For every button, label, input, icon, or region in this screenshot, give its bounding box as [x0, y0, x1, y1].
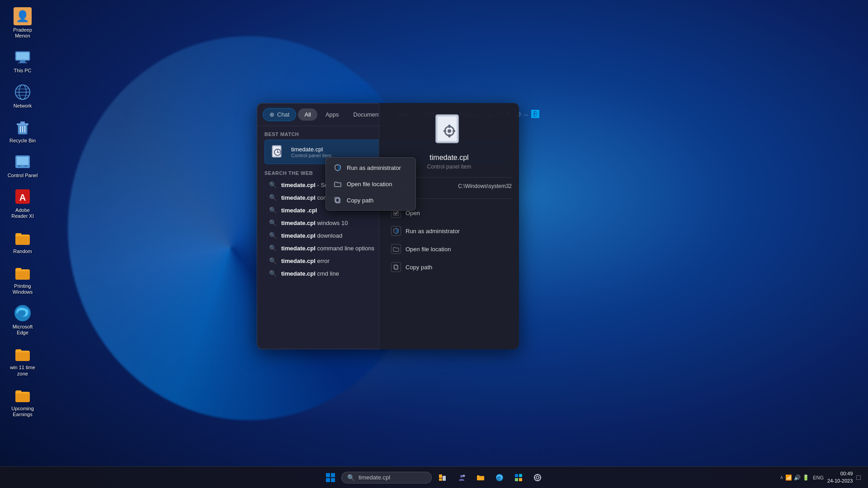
ctx-folder-icon — [333, 179, 342, 188]
desktop-icon-adobe-label: Adobe Reader XI — [7, 207, 38, 219]
detail-file-name: timedate.cpl — [429, 154, 468, 162]
more-icon[interactable]: ··· — [524, 112, 528, 118]
language-indicator: ENG — [813, 475, 824, 480]
best-match-text: timedate.cpl Control panel item — [291, 146, 331, 158]
search-icon-7: 🔍 — [269, 270, 277, 277]
taskbar-files-icon[interactable] — [434, 469, 451, 486]
taskbar: 🔍 timedate.cpl — [0, 466, 868, 488]
svg-rect-47 — [326, 478, 330, 482]
desktop-icon-win11time-label: win 11 time zone — [7, 365, 38, 376]
tab-all[interactable]: All — [298, 108, 317, 121]
svg-rect-56 — [519, 474, 522, 477]
desktop-icon-adobe[interactable]: A Adobe Reader XI — [5, 185, 41, 222]
desktop-icon-printing[interactable]: Printing Windows — [5, 261, 41, 298]
context-menu: Run as administrator Open file location … — [326, 157, 416, 211]
ctx-copy-path-label: Copy path — [347, 197, 373, 204]
desktop-icon-random-label: Random — [13, 249, 32, 254]
action-run-admin[interactable]: Run as administrator — [387, 222, 512, 239]
run-admin-action-icon — [391, 226, 401, 236]
system-tray: ∧ 📶 🔊 🔋 ENG 00:49 24-10-2023 □ — [780, 470, 861, 484]
svg-rect-13 — [20, 122, 25, 123]
location-value: C:\Windows\system32 — [458, 183, 512, 189]
taskbar-settings-icon[interactable] — [529, 469, 546, 486]
clock-time: 00:49 — [827, 470, 853, 477]
desktop-icon-pradeep-label: Pradeep Menon — [7, 27, 38, 39]
desktop-icon-pradeep[interactable]: 👤 Pradeep Menon — [5, 5, 41, 42]
svg-rect-48 — [331, 478, 335, 482]
recyclebin-icon — [14, 118, 32, 136]
tab-apps[interactable]: Apps — [319, 108, 345, 121]
copy-path-action-icon — [391, 262, 401, 272]
desktop-icon-earnings[interactable]: Upcoming Earnings — [5, 383, 41, 420]
chat-icon: ⊕ — [269, 111, 274, 118]
desktop-icon-recyclebin[interactable]: Recycle Bin — [5, 115, 41, 146]
printing-folder-icon — [14, 263, 32, 282]
svg-point-33 — [448, 129, 451, 133]
svg-point-52 — [460, 475, 463, 478]
notification-icon[interactable]: □ — [856, 474, 861, 482]
tab-chat-label: Chat — [277, 111, 289, 118]
desktop-icon-earnings-label: Upcoming Earnings — [7, 406, 38, 418]
ctx-copy-path[interactable]: Copy path — [328, 192, 414, 208]
desktop-icon-thispc[interactable]: This PC — [5, 45, 41, 76]
start-button[interactable] — [322, 469, 339, 486]
taskbar-search-text: timedate.cpl — [359, 474, 390, 481]
ctx-run-admin[interactable]: Run as administrator — [328, 160, 414, 176]
detail-file-icon — [431, 112, 467, 148]
best-match-name: timedate.cpl — [291, 146, 331, 153]
win11time-folder-icon — [14, 345, 32, 363]
earnings-folder-icon — [14, 386, 32, 404]
controlpanel-icon — [14, 153, 32, 171]
svg-rect-50 — [443, 476, 446, 481]
taskbar-search-icon: 🔍 — [347, 474, 355, 481]
svg-rect-49 — [439, 474, 442, 478]
volume-icon[interactable]: 🔊 — [794, 474, 801, 481]
tray-icons: ∧ 📶 🔊 🔋 — [780, 474, 809, 481]
tab-chat[interactable]: ⊕ Chat — [263, 108, 296, 121]
wifi-icon[interactable]: 📶 — [785, 474, 792, 481]
svg-rect-61 — [537, 474, 538, 475]
tray-arrow[interactable]: ∧ — [780, 474, 783, 480]
svg-point-60 — [534, 474, 541, 481]
svg-rect-51 — [439, 479, 442, 481]
svg-rect-42 — [393, 210, 399, 216]
svg-point-27 — [277, 152, 278, 153]
action-copy-path[interactable]: Copy path — [387, 258, 512, 276]
desktop-icon-edge-label: Microsoft Edge — [7, 324, 38, 336]
bing-icon[interactable]: 🅱 — [531, 110, 539, 119]
desktop-icon-win11time[interactable]: win 11 time zone — [5, 342, 41, 379]
taskbar-explorer-icon[interactable] — [472, 469, 489, 486]
svg-rect-18 — [17, 157, 28, 165]
svg-rect-35 — [453, 130, 455, 132]
taskbar-search[interactable]: 🔍 timedate.cpl — [341, 472, 432, 483]
search-icon-4: 🔍 — [269, 232, 277, 239]
battery-tray-icon[interactable]: 🔋 — [802, 474, 809, 481]
desktop-icon-controlpanel[interactable]: Control Panel — [5, 150, 41, 181]
svg-rect-12 — [17, 123, 28, 125]
svg-text:👤: 👤 — [16, 9, 29, 23]
ctx-copy-icon — [333, 196, 342, 205]
action-open-location-label: Open file location — [406, 246, 451, 253]
taskbar-teams-icon[interactable] — [453, 469, 470, 486]
svg-rect-64 — [540, 477, 541, 478]
system-clock[interactable]: 00:49 24-10-2023 — [827, 470, 853, 484]
desktop-icon-recyclebin-label: Recycle Bin — [9, 138, 36, 144]
desktop-icon-network[interactable]: Network — [5, 80, 41, 112]
svg-rect-57 — [515, 478, 518, 481]
ctx-open-location[interactable]: Open file location — [328, 176, 414, 192]
tab-apps-label: Apps — [326, 111, 339, 118]
svg-rect-5 — [16, 52, 29, 60]
search-icon-5: 🔍 — [269, 244, 277, 252]
ctx-shield-icon — [333, 163, 342, 172]
svg-rect-45 — [326, 473, 330, 477]
desktop-icon-random[interactable]: Random — [5, 226, 41, 257]
desktop-icon-edge[interactable]: Microsoft Edge — [5, 301, 41, 338]
open-location-action-icon — [391, 244, 401, 254]
taskbar-edge-icon[interactable] — [491, 469, 508, 486]
edge-icon — [14, 304, 32, 322]
best-match-type: Control panel item — [291, 153, 331, 158]
action-open-location[interactable]: Open file location — [387, 240, 512, 258]
taskbar-store-icon[interactable] — [510, 469, 527, 486]
detail-actions: Open Run as administrator Open file loca… — [387, 204, 512, 276]
tray-lang-clock: ENG — [813, 475, 824, 480]
